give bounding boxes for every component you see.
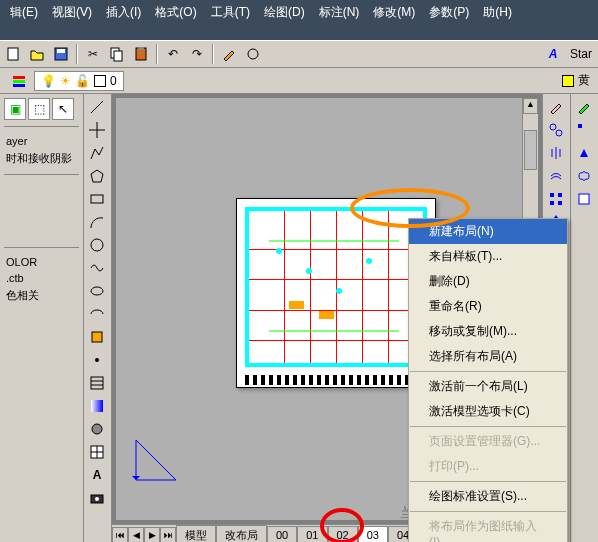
svg-rect-10 — [13, 84, 25, 87]
menu-draw[interactable]: 绘图(D) — [258, 2, 311, 38]
copy-button[interactable] — [106, 43, 128, 65]
layer-dropdown[interactable]: 💡 ☀ 🔓 0 — [34, 71, 124, 91]
region-tool[interactable] — [86, 418, 108, 440]
ucs-icon — [126, 430, 186, 490]
tab-prev-button[interactable]: ◀ — [128, 527, 144, 543]
text-tool[interactable]: A — [86, 464, 108, 486]
endpoint-snap-icon[interactable] — [573, 119, 595, 141]
svg-rect-35 — [319, 311, 334, 319]
tab-03[interactable]: 03 — [358, 526, 388, 542]
menu-modify[interactable]: 修改(M) — [367, 2, 421, 38]
menu-rename[interactable]: 重命名(R) — [409, 294, 567, 319]
layout-context-menu: 新建布局(N) 来自样板(T)... 删除(D) 重命名(R) 移动或复制(M)… — [408, 218, 568, 542]
color-section-label: OLOR — [4, 254, 79, 270]
properties-panel: ▣ ⬚ ↖ ayer 时和接收阴影 OLOR .ctb 色相关 — [0, 94, 84, 542]
svg-point-16 — [91, 239, 103, 251]
tab-first-button[interactable]: ⏮ — [112, 527, 128, 543]
camera-icon[interactable] — [86, 487, 108, 509]
text-style-icon[interactable]: A — [542, 43, 564, 65]
svg-rect-15 — [91, 195, 103, 203]
menu-activate-prev-layout[interactable]: 激活前一个布局(L) — [409, 374, 567, 399]
xline-tool[interactable] — [86, 119, 108, 141]
paste-button[interactable] — [130, 43, 152, 65]
copy-tool[interactable] — [545, 119, 567, 141]
color-swatch[interactable] — [562, 75, 574, 87]
menu-view[interactable]: 视图(V) — [46, 2, 98, 38]
mirror-tool[interactable] — [545, 142, 567, 164]
circle-tool[interactable] — [86, 234, 108, 256]
title-block — [245, 375, 427, 385]
spline-tool[interactable] — [86, 257, 108, 279]
rectangle-tool[interactable] — [86, 188, 108, 210]
menu-from-template[interactable]: 来自样板(T)... — [409, 244, 567, 269]
separator — [156, 44, 158, 64]
block-tool[interactable] — [86, 326, 108, 348]
text-style-label: Star — [566, 47, 596, 61]
line-tool[interactable] — [86, 96, 108, 118]
erase-tool[interactable] — [545, 96, 567, 118]
menu-insert[interactable]: 插入(I) — [100, 2, 147, 38]
select-icon[interactable]: ▣ — [4, 98, 26, 120]
brush-icon[interactable] — [218, 43, 240, 65]
svg-point-31 — [306, 268, 312, 274]
save-button[interactable] — [50, 43, 72, 65]
scroll-thumb[interactable] — [524, 130, 537, 170]
layer-name-label: ayer — [4, 133, 79, 149]
menu-help[interactable]: 助(H) — [477, 2, 518, 38]
offset-tool[interactable] — [545, 165, 567, 187]
scroll-up-icon[interactable]: ▲ — [523, 98, 538, 114]
menu-parametric[interactable]: 参数(P) — [423, 2, 475, 38]
gradient-tool[interactable] — [86, 395, 108, 417]
brush2-icon[interactable] — [573, 96, 595, 118]
sun-icon: ☀ — [60, 74, 71, 88]
svg-rect-2 — [57, 49, 65, 53]
hatch-tool[interactable] — [86, 372, 108, 394]
menu-dimension[interactable]: 标注(N) — [313, 2, 366, 38]
menu-activate-model-tab[interactable]: 激活模型选项卡(C) — [409, 399, 567, 424]
tab-layout-change[interactable]: 改布局 — [216, 525, 267, 543]
open-button[interactable] — [26, 43, 48, 65]
color-label: 黄 — [578, 72, 590, 89]
array-tool[interactable] — [545, 188, 567, 210]
tab-01[interactable]: 01 — [297, 526, 327, 542]
svg-rect-45 — [558, 193, 562, 197]
midpoint-snap-icon[interactable] — [573, 142, 595, 164]
cut-button[interactable]: ✂ — [82, 43, 104, 65]
polyline-tool[interactable] — [86, 142, 108, 164]
menu-select-all-layouts[interactable]: 选择所有布局(A) — [409, 344, 567, 369]
redo-button[interactable]: ↷ — [186, 43, 208, 65]
point-tool[interactable] — [86, 349, 108, 371]
tab-model[interactable]: 模型 — [176, 525, 216, 543]
menu-drafting-standards[interactable]: 绘图标准设置(S)... — [409, 484, 567, 509]
tab-00[interactable]: 00 — [267, 526, 297, 542]
cursor-icon[interactable]: ↖ — [52, 98, 74, 120]
ctb-label: .ctb — [4, 270, 79, 286]
menu-move-copy[interactable]: 移动或复制(M)... — [409, 319, 567, 344]
wipeout-tool[interactable] — [573, 188, 595, 210]
menu-new-layout[interactable]: 新建布局(N) — [409, 219, 567, 244]
menu-edit[interactable]: 辑(E) — [4, 2, 44, 38]
revcloud-tool[interactable] — [573, 165, 595, 187]
match-button[interactable] — [242, 43, 264, 65]
ellipse-arc-tool[interactable] — [86, 303, 108, 325]
svg-point-29 — [95, 497, 99, 501]
main-toolbar: ✂ ↶ ↷ A Star — [0, 40, 598, 68]
layer-manager-button[interactable] — [8, 70, 30, 92]
undo-button[interactable]: ↶ — [162, 43, 184, 65]
quick-select-icon[interactable]: ⬚ — [28, 98, 50, 120]
tab-next-button[interactable]: ▶ — [144, 527, 160, 543]
menu-tools[interactable]: 工具(T) — [205, 2, 256, 38]
menu-format[interactable]: 格式(O) — [149, 2, 202, 38]
ellipse-tool[interactable] — [86, 280, 108, 302]
menu-delete[interactable]: 删除(D) — [409, 269, 567, 294]
related-label: 色相关 — [4, 286, 79, 305]
svg-point-30 — [276, 248, 282, 254]
arc-tool[interactable] — [86, 211, 108, 233]
table-tool[interactable] — [86, 441, 108, 463]
menu-bar: 辑(E) 视图(V) 插入(I) 格式(O) 工具(T) 绘图(D) 标注(N)… — [0, 0, 598, 40]
new-button[interactable] — [2, 43, 24, 65]
polygon-tool[interactable] — [86, 165, 108, 187]
tab-last-button[interactable]: ⏭ — [160, 527, 176, 543]
svg-rect-23 — [91, 400, 103, 412]
tab-02[interactable]: 02 — [328, 526, 358, 542]
